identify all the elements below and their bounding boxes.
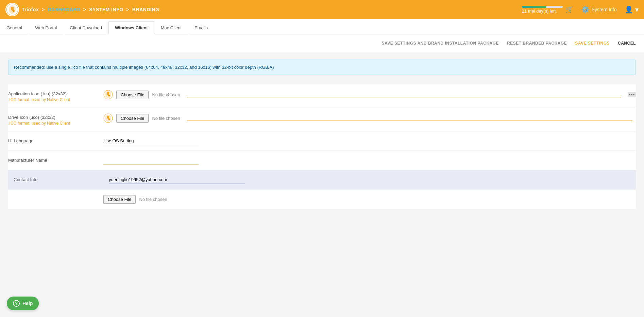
app-icon-choose-file[interactable]: Choose File	[116, 91, 149, 99]
ui-language-input[interactable]	[103, 137, 199, 145]
help-button[interactable]: ? Help	[7, 297, 39, 310]
reset-brand-button[interactable]: RESET BRANDED PACKAGE	[507, 38, 567, 48]
triofox-drive-icon	[103, 113, 113, 123]
system-info-label: System Info	[592, 7, 617, 12]
more-options-icon[interactable]	[628, 92, 636, 97]
ui-language-row: UI Language	[8, 131, 636, 151]
trial-info: 21 trial day(s) left. 🛒	[522, 6, 573, 14]
tab-client-download[interactable]: Client Download	[63, 21, 108, 34]
ui-language-label: UI Language	[8, 137, 103, 144]
trial-bar-fill	[522, 6, 546, 8]
app-icon-subtitle: .ICO format. used by Native Client	[8, 97, 97, 102]
app-icon-file-label: No file chosen	[152, 92, 180, 97]
save-settings-button[interactable]: SAVE SETTINGS	[575, 38, 610, 48]
app-icon-row: Application Icon (.ico) (32x32) .ICO for…	[8, 84, 636, 108]
contact-info-row: Contact Info	[8, 170, 636, 190]
ui-language-title: UI Language	[8, 138, 97, 143]
contact-info-field	[109, 176, 630, 184]
user-menu[interactable]: 👤 ▾	[625, 5, 639, 14]
topbar-left: Triofox > DASHBOARD > SYSTEM INFO > BRAN…	[5, 3, 159, 16]
app-icon-preview	[103, 90, 113, 99]
app-icon-field: Choose File No file chosen	[103, 90, 636, 99]
manufacturer-name-row: Manufacturer Name	[8, 151, 636, 170]
bottom-file-field: Choose File No file chosen	[103, 195, 636, 204]
form-section: Application Icon (.ico) (32x32) .ICO for…	[8, 84, 636, 209]
tabs-bar: General Web Portal Client Download Windo…	[0, 19, 644, 34]
drive-icon-label: Drive Icon (.ico) (32x32) .ICO format. u…	[8, 113, 103, 126]
tab-general[interactable]: General	[0, 21, 29, 34]
topbar-right: 21 trial day(s) left. 🛒 ⚙️ System Info 👤…	[522, 5, 639, 14]
cancel-button[interactable]: CANCEL	[618, 38, 636, 48]
drive-icon-choose-file[interactable]: Choose File	[116, 114, 149, 123]
manufacturer-name-input[interactable]	[103, 156, 199, 164]
save-brand-button[interactable]: SAVE SETTINGS AND BRAND INSTALLATION PAC…	[382, 38, 499, 48]
trial-text-block: 21 trial day(s) left.	[522, 6, 563, 14]
action-bar: SAVE SETTINGS AND BRAND INSTALLATION PAC…	[0, 34, 644, 53]
manufacturer-name-field	[103, 156, 636, 164]
tab-mac-client[interactable]: Mac Client	[154, 21, 188, 34]
tab-windows-client[interactable]: Windows Client	[108, 21, 154, 34]
contact-info-input[interactable]	[109, 176, 245, 184]
bottom-file-label: No file chosen	[139, 197, 167, 202]
manufacturer-name-title: Manufacturer Name	[8, 158, 97, 163]
breadcrumb: Triofox > DASHBOARD > SYSTEM INFO > BRAN…	[22, 7, 159, 12]
info-box: Recommended: use a single .ico file that…	[8, 60, 636, 75]
gear-icon: ⚙️	[581, 5, 590, 14]
topbar: Triofox > DASHBOARD > SYSTEM INFO > BRAN…	[0, 0, 644, 19]
app-icon-label: Application Icon (.ico) (32x32) .ICO for…	[8, 90, 103, 102]
info-box-text: Recommended: use a single .ico file that…	[14, 65, 274, 70]
trial-text: 21 trial day(s) left.	[522, 9, 557, 14]
app-logo[interactable]	[5, 3, 19, 16]
triofox-app-icon	[103, 90, 113, 99]
cart-icon[interactable]: 🛒	[565, 6, 573, 13]
ui-language-field	[103, 137, 636, 145]
drive-icon-row: Drive Icon (.ico) (32x32) .ICO format. u…	[8, 108, 636, 131]
bottom-choose-file[interactable]: Choose File	[103, 195, 136, 204]
drive-icon-title: Drive Icon (.ico) (32x32)	[8, 115, 97, 120]
manufacturer-name-label: Manufacturer Name	[8, 156, 103, 164]
drive-icon-field: Choose File No file chosen	[103, 113, 636, 123]
bottom-file-row: Choose File No file chosen	[8, 190, 636, 209]
contact-info-label: Contact Info	[14, 176, 109, 183]
drive-icon-file-label: No file chosen	[152, 116, 180, 121]
help-circle-icon: ?	[13, 300, 20, 307]
main-content: Recommended: use a single .ico file that…	[0, 53, 644, 317]
drive-icon-subtitle: .ICO format. used by Native Client	[8, 121, 97, 126]
trial-progress-bar	[522, 6, 563, 8]
app-icon-title: Application Icon (.ico) (32x32)	[8, 91, 97, 96]
system-info-button[interactable]: ⚙️ System Info	[581, 5, 617, 14]
contact-info-title: Contact Info	[14, 177, 102, 182]
tab-emails[interactable]: Emails	[188, 21, 214, 34]
dashboard-link[interactable]: DASHBOARD	[48, 7, 80, 12]
drive-icon-preview	[103, 113, 113, 123]
help-label: Help	[22, 301, 33, 306]
tab-web-portal[interactable]: Web Portal	[29, 21, 63, 34]
